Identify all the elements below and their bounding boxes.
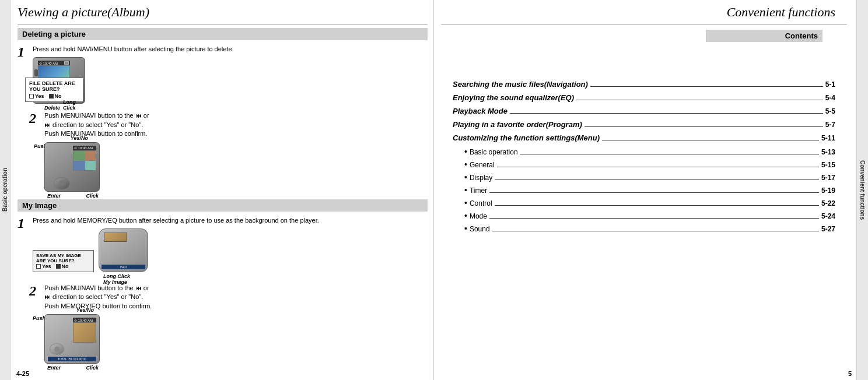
- my-image-label: My Image: [103, 279, 127, 285]
- dialog-title: FILE DELETE ARE YOU SURE?: [29, 80, 79, 92]
- delete-step2-num: 2: [29, 111, 40, 125]
- myimage-yesno-container: Yes/No Push ⊙ 10:40 AM TOTAL 056 001 00:…: [44, 314, 100, 364]
- delete-step1-num: 1: [18, 45, 28, 59]
- delete-step2-text: Push MENU/NAVI button to the ⏮ or⏭ direc…: [44, 111, 149, 138]
- sub-dots-1: [497, 167, 819, 167]
- myimage-dog-screen: [73, 322, 96, 343]
- deleting-section-header: Deleting a picture: [18, 28, 428, 40]
- sub-dots-4: [495, 205, 819, 206]
- left-title: Viewing a picture(Album): [18, 5, 428, 20]
- contents-item-0: Searching the music files(Navigation) 5-…: [453, 80, 835, 89]
- myimage-push-label: Push: [33, 315, 46, 321]
- myimage-total-text: TOTAL 056 001 00:00: [58, 357, 86, 361]
- myimage-enter-label: Enter: [47, 365, 61, 371]
- thm2: [85, 151, 96, 160]
- contents-page-3: 5-7: [825, 121, 835, 129]
- contents-dots-0: [590, 86, 823, 87]
- long-click-label-delete: Long Click: [63, 99, 85, 111]
- right-sidebar-label: Convenient functions: [859, 160, 866, 220]
- delete-step2: 2 Push MENU/NAVI button to the ⏮ or⏭ dir…: [29, 111, 428, 193]
- contents-label-0: Searching the music files(Navigation): [453, 80, 588, 89]
- delete-step1-text: Press and hold NAVI/MENU button after se…: [33, 45, 234, 54]
- save-dialog-container: SAVE AS MY IMAGE ARE YOU SURE? Yes: [33, 250, 94, 272]
- delete-yesno-camera: ⊙ 10:40 AM: [44, 142, 100, 192]
- myimage-step2-illustration: Yes/No Push ⊙ 10:40 AM TOTAL 056 001 00:…: [44, 314, 100, 364]
- myimage-navi: [50, 343, 64, 355]
- delete-step1: 1 Press and hold NAVI/MENU button after …: [18, 45, 428, 105]
- myimage-step1: 1 Press and hold MEMORY/EQ button after …: [18, 216, 428, 272]
- long-click-label-myimage: Long Click: [103, 273, 130, 279]
- thm4: [85, 161, 96, 170]
- myimage-player: ⊙ 10:40 AM TOTAL 056 001 00:00: [44, 314, 100, 364]
- bullet-4: •: [464, 198, 467, 207]
- sub-dots-2: [495, 180, 819, 180]
- contents-header: Contents: [706, 30, 822, 42]
- sub-label-6: Sound: [470, 225, 490, 233]
- sub-label-0: Basic operation: [470, 148, 518, 156]
- sub-label-1: General: [470, 161, 495, 169]
- save-line1: SAVE AS MY IMAGE: [36, 253, 90, 258]
- player-info: INFO: [120, 265, 127, 269]
- right-sidebar: Convenient functions: [856, 0, 868, 380]
- sub-label-2: Display: [470, 174, 492, 182]
- save-no: No: [56, 263, 69, 269]
- myimage-section-header: My Image: [18, 199, 428, 212]
- delete-status-bar: ⊙ 10:40 AM: [38, 61, 70, 65]
- left-page-num: 4-25: [16, 370, 29, 377]
- bullet-1: •: [464, 160, 467, 169]
- player-bottom-bar: INFO: [102, 265, 145, 269]
- sub-label-5: Mode: [470, 212, 487, 220]
- contents-label-2: Playback Mode: [453, 107, 508, 115]
- sub-page-6: 5-27: [821, 225, 835, 233]
- sub-item-5: • Mode 5-24: [453, 211, 835, 220]
- myimage-section: My Image 1 Press and hold MEMORY/EQ butt…: [18, 199, 428, 366]
- contents-page-1: 5-4: [825, 94, 835, 102]
- navi-wheel-2: [54, 177, 70, 190]
- player-dog-container: INFO Long Click My Image: [99, 228, 148, 272]
- contents-dots-4: [602, 140, 819, 140]
- save-no-label: No: [62, 263, 69, 269]
- player-mini-screen: [104, 233, 127, 242]
- delete-camera-illustration: ⊙ 10:40 AM: [33, 57, 85, 104]
- click-label-delete: Click: [86, 193, 99, 199]
- yes-box: [29, 94, 34, 98]
- myimage-click-label: Click: [86, 365, 99, 371]
- contents-label-1: Enjoying the sound equalizer(EQ): [453, 93, 574, 102]
- dog-display: [104, 233, 127, 241]
- right-panel: Convenient functions Contents Searching …: [434, 0, 868, 380]
- sub-item-1: • General 5-15: [453, 160, 835, 169]
- yesno-container: Yes/No Push ⊙ 10:40 AM: [44, 142, 100, 192]
- myimage-yesno-label: Yes/No: [76, 307, 94, 313]
- right-title: Convenient functions: [441, 5, 847, 20]
- contents-page-2: 5-5: [825, 107, 835, 115]
- navi-center-2: [59, 181, 65, 187]
- deleting-header-text: Deleting a picture: [22, 30, 86, 38]
- dialog-row: Yes No: [29, 93, 79, 99]
- myimage-step1-illustration: SAVE AS MY IMAGE ARE YOU SURE? Yes: [33, 228, 148, 272]
- myimage-step1-text: Press and hold MEMORY/EQ button after se…: [33, 216, 319, 225]
- file-delete-dialog: FILE DELETE ARE YOU SURE? Yes No: [25, 78, 83, 102]
- sub-page-2: 5-17: [821, 174, 835, 182]
- yes-checkbox: Yes: [29, 93, 44, 99]
- contents-page-0: 5-1: [825, 80, 835, 89]
- bullet-6: •: [464, 224, 467, 233]
- thm1: [74, 151, 85, 160]
- contents-item-4: Customizing the function settings(Menu) …: [453, 133, 835, 142]
- sidebar-basic-operation: Basic operation: [0, 0, 10, 380]
- enter-label-delete: Enter: [47, 193, 61, 199]
- contents-page-4: 5-11: [821, 134, 835, 142]
- sub-item-3: • Timer 5-19: [453, 185, 835, 195]
- left-panel: Basic operation Viewing a picture(Album)…: [0, 0, 434, 380]
- myimage-status: ⊙ 10:40 AM: [73, 318, 96, 322]
- sub-page-1: 5-15: [821, 161, 835, 169]
- delete-step2-confirm: Push MENU/NAVI button to confirm.: [44, 130, 147, 137]
- bullet-2: •: [464, 173, 467, 182]
- myimage-step2-text: Push MENU/NAVI button to the ⏮ or⏭ direc…: [44, 284, 152, 311]
- bullet-0: •: [464, 147, 467, 156]
- contents-item-1: Enjoying the sound equalizer(EQ) 5-4: [453, 93, 835, 102]
- yesno-label: Yes/No: [71, 135, 88, 141]
- myimage-total-bar: TOTAL 056 001 00:00: [48, 357, 96, 361]
- myimage-time: ⊙ 10:40 AM: [74, 318, 93, 322]
- save-yes-label: Yes: [42, 263, 51, 269]
- myimage-confirm: Push MEMORY/EQ button to confirm.: [44, 302, 152, 309]
